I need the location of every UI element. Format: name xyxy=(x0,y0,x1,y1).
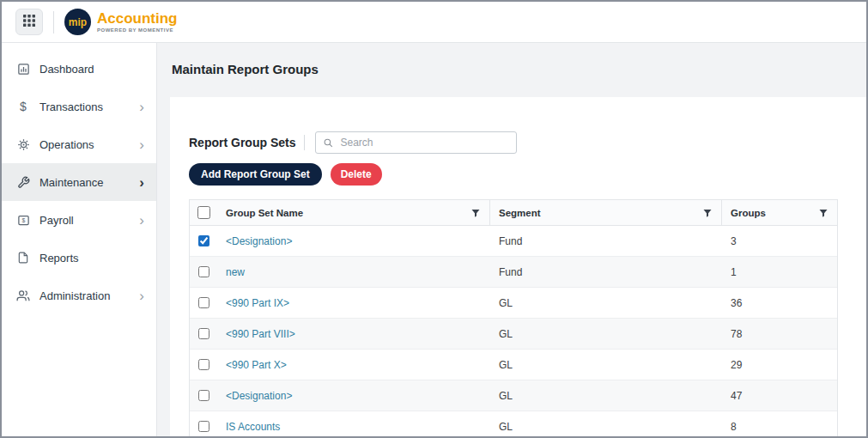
groups-cell: 1 xyxy=(722,266,837,278)
group-set-link[interactable]: IS Accounts xyxy=(226,421,280,433)
search-box xyxy=(315,131,517,154)
table-row: <990 Part IX> GL 36 xyxy=(190,288,837,319)
table-row: IS Accounts GL 8 xyxy=(190,411,837,436)
brand-text: Accounting POWERED BY MOMENTIVE xyxy=(97,11,178,33)
toolbar-divider xyxy=(304,135,305,150)
add-report-group-set-button[interactable]: Add Report Group Set xyxy=(189,163,322,186)
filter-icon[interactable] xyxy=(818,208,829,218)
row-checkbox[interactable] xyxy=(198,265,209,278)
groups-cell: 47 xyxy=(722,390,837,402)
table-row: <Designation> Fund 3 xyxy=(190,226,837,257)
table-body: <Designation> Fund 3 new Fund 1 xyxy=(190,226,837,436)
report-group-sets-panel: Report Group Sets Add Report Group xyxy=(170,97,866,436)
reports-icon xyxy=(15,252,31,264)
sidebar-item-label: Administration xyxy=(39,289,139,302)
table-header: Group Set Name Segment Gro xyxy=(190,200,837,226)
sidebar-item-payroll[interactable]: $ Payroll › xyxy=(2,201,156,239)
svg-text:$: $ xyxy=(21,217,25,223)
table-row: new Fund 1 xyxy=(190,257,837,288)
sidebar-item-administration[interactable]: Administration › xyxy=(2,277,156,314)
column-header-groups: Groups xyxy=(722,200,837,225)
brand: mip Accounting POWERED BY MOMENTIVE xyxy=(64,9,178,35)
segment-cell: GL xyxy=(490,328,722,340)
sidebar-item-label: Dashboard xyxy=(39,63,144,76)
action-buttons: Add Report Group Set Delete xyxy=(189,163,849,186)
report-group-sets-table: Group Set Name Segment Gro xyxy=(189,199,838,436)
topbar-divider xyxy=(53,11,54,33)
row-checkbox[interactable] xyxy=(198,420,209,433)
sidebar-item-dashboard[interactable]: Dashboard xyxy=(2,50,156,88)
sidebar-item-operations[interactable]: Operations › xyxy=(2,125,156,163)
row-checkbox[interactable] xyxy=(198,327,209,340)
table-row: <990 Part X> GL 29 xyxy=(190,350,837,380)
segment-cell: GL xyxy=(490,421,722,433)
groups-cell: 8 xyxy=(722,421,837,433)
groups-cell: 3 xyxy=(722,235,837,247)
app-window: mip Accounting POWERED BY MOMENTIVE Dash… xyxy=(0,0,868,438)
column-header-label: Segment xyxy=(499,208,541,218)
segment-cell: GL xyxy=(490,297,722,309)
sidebar-item-label: Operations xyxy=(39,138,139,151)
group-set-link[interactable]: <990 Part X> xyxy=(226,359,287,371)
group-set-link[interactable]: <Designation> xyxy=(226,390,292,402)
group-set-link[interactable]: new xyxy=(226,266,245,278)
search-icon xyxy=(323,137,334,149)
delete-button[interactable]: Delete xyxy=(331,163,382,186)
sidebar-item-transactions[interactable]: $ Transactions › xyxy=(2,88,156,125)
segment-cell: Fund xyxy=(490,266,722,278)
select-all-checkbox[interactable] xyxy=(197,206,210,219)
groups-cell: 29 xyxy=(722,359,837,371)
payroll-icon: $ xyxy=(15,214,31,227)
administration-icon xyxy=(15,289,31,302)
maintenance-icon xyxy=(15,176,31,189)
column-header-segment: Segment xyxy=(490,200,722,225)
row-checkbox[interactable] xyxy=(198,234,209,247)
main-content: Maintain Report Groups Report Group Sets xyxy=(157,43,866,436)
page-title: Maintain Report Groups xyxy=(170,43,866,97)
sidebar-item-reports[interactable]: Reports xyxy=(2,239,156,277)
column-header-group-set-name: Group Set Name xyxy=(217,200,490,225)
brand-name: Accounting xyxy=(97,11,178,26)
filter-icon[interactable] xyxy=(702,208,713,218)
sidebar: Dashboard $ Transactions › xyxy=(2,43,157,436)
segment-cell: GL xyxy=(490,390,722,402)
sidebar-item-label: Payroll xyxy=(39,214,139,227)
table-row: <990 Part VIII> GL 78 xyxy=(190,319,837,350)
dashboard-icon xyxy=(15,63,31,76)
select-all-cell xyxy=(190,200,217,225)
chevron-right-icon: › xyxy=(139,213,144,228)
filter-icon[interactable] xyxy=(470,208,481,218)
group-set-link[interactable]: <990 Part IX> xyxy=(226,297,289,309)
chevron-right-icon: › xyxy=(139,100,144,114)
row-checkbox[interactable] xyxy=(198,358,209,371)
groups-cell: 36 xyxy=(722,297,837,309)
sidebar-item-label: Transactions xyxy=(39,100,139,113)
groups-cell: 78 xyxy=(722,328,837,340)
row-checkbox[interactable] xyxy=(198,389,209,402)
mip-logo: mip xyxy=(64,9,91,35)
group-set-link[interactable]: <990 Part VIII> xyxy=(226,328,295,340)
app-launcher-button[interactable] xyxy=(15,9,43,35)
chevron-right-icon: › xyxy=(139,289,144,303)
chevron-right-icon: › xyxy=(139,175,144,190)
column-header-label: Group Set Name xyxy=(226,208,303,218)
group-set-link[interactable]: <Designation> xyxy=(226,235,292,247)
grid-icon xyxy=(23,15,35,29)
segment-cell: Fund xyxy=(490,235,722,247)
chevron-right-icon: › xyxy=(139,137,144,152)
panel-title: Report Group Sets xyxy=(189,136,295,149)
column-header-label: Groups xyxy=(731,208,766,218)
row-checkbox[interactable] xyxy=(198,296,209,309)
sidebar-item-label: Reports xyxy=(39,252,144,265)
topbar: mip Accounting POWERED BY MOMENTIVE xyxy=(2,2,866,43)
transactions-icon: $ xyxy=(15,100,31,113)
sidebar-item-label: Maintenance xyxy=(39,176,139,189)
table-row: <Designation> GL 47 xyxy=(190,380,837,411)
operations-icon xyxy=(15,138,31,151)
search-input[interactable] xyxy=(340,137,509,149)
brand-tagline: POWERED BY MOMENTIVE xyxy=(97,27,178,33)
sidebar-item-maintenance[interactable]: Maintenance › xyxy=(2,163,156,201)
segment-cell: GL xyxy=(490,359,722,371)
panel-toolbar: Report Group Sets xyxy=(189,131,849,155)
